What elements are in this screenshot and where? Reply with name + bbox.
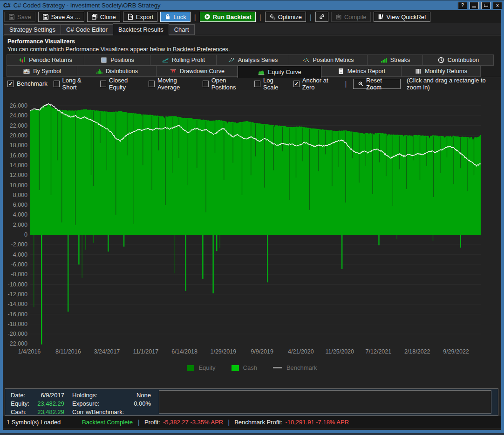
lock-button[interactable]: Lock: [160, 12, 190, 22]
svg-text:-16,000: -16,000: [8, 311, 27, 318]
compile-button[interactable]: Compile: [331, 12, 371, 22]
section-subtitle: You can control which Performance Visual…: [7, 46, 501, 53]
viztab-equity-curve[interactable]: Equity Curve: [238, 66, 321, 78]
svg-text:24,000: 24,000: [10, 112, 27, 119]
teal-line-icon: [162, 56, 169, 64]
status-separator: |: [138, 418, 140, 426]
symbols-loaded: 1 Symbol(s) Loaded: [7, 419, 77, 426]
link-icon: [319, 14, 325, 20]
link-strategy-button[interactable]: [315, 12, 328, 22]
app-window: C# C# Coded Strategy - Investment Societ…: [0, 0, 504, 435]
viztab-monthly-returns[interactable]: Monthly Returns: [401, 66, 481, 77]
optimize-button[interactable]: Optimize: [265, 12, 306, 22]
checkbox-long-short[interactable]: Long & Short: [54, 77, 94, 91]
checkbox-moving-average[interactable]: Moving Average: [149, 77, 197, 91]
checkbox-benchmark[interactable]: ✓Benchmark: [7, 80, 48, 87]
window-title: C# Coded Strategy - Investment Society\O…: [14, 2, 458, 9]
holdings-value: None: [114, 391, 151, 400]
lock-icon: [164, 14, 171, 20]
table-icon: [100, 56, 108, 64]
run-backtest-button[interactable]: Run Backtest: [200, 12, 256, 22]
minimize-button[interactable]: [470, 2, 479, 9]
document-icon: [337, 68, 345, 75]
tab-strategy-settings[interactable]: Strategy Settings: [4, 24, 61, 35]
benchmark-profit-label: Benchmark Profit:: [234, 419, 282, 426]
checkbox-log-scale[interactable]: Log Scale: [254, 77, 287, 91]
tab-chart[interactable]: Chart: [169, 24, 195, 35]
tab-code-editor[interactable]: C# Code Editor: [61, 24, 113, 35]
svg-text:-14,000: -14,000: [8, 301, 27, 307]
svg-text:6/14/2018: 6/14/2018: [171, 348, 198, 355]
checkbox-icon: [149, 81, 155, 87]
gears-icon: [269, 14, 276, 20]
checkbox-anchor-at-zero[interactable]: ✓Anchor at Zero: [293, 77, 338, 91]
viztab-drawdown-curve[interactable]: Drawdown Curve: [156, 66, 238, 77]
close-button[interactable]: x: [493, 2, 502, 9]
checkbox-closed-equity[interactable]: Closed Equity: [100, 77, 143, 91]
svg-text:4,000: 4,000: [13, 211, 27, 218]
window-resize-edge: [0, 433, 504, 435]
reset-zoom-button[interactable]: Reset Zoom: [353, 79, 401, 89]
svg-text:-4,000: -4,000: [11, 251, 27, 258]
histogram-icon: [95, 68, 103, 75]
compile-icon: [335, 14, 342, 20]
status-separator: |: [228, 418, 230, 426]
magnifier-icon: [358, 81, 364, 87]
backtest-preferences-link[interactable]: Backtest Preferences: [173, 46, 228, 53]
performance-visualizers-header: Performance Visualizers You can control …: [3, 35, 501, 54]
view-quickref-button[interactable]: View QuickRef: [374, 12, 430, 22]
chart-controls: ✓Benchmark Long & Short Closed Equity Mo…: [3, 77, 501, 90]
svg-text:8,000: 8,000: [13, 192, 27, 198]
red-area-icon: [170, 68, 177, 75]
maximize-button[interactable]: [481, 2, 490, 9]
svg-text:2/18/2022: 2/18/2022: [404, 348, 430, 355]
viztab-rolling-profit[interactable]: Rolling Profit: [150, 54, 217, 66]
svg-text:11/1/2017: 11/1/2017: [133, 348, 158, 355]
save-button[interactable]: Save: [4, 12, 35, 22]
svg-text:26,000: 26,000: [10, 102, 27, 109]
status-bar: 1 Symbol(s) Loaded Backtest Complete | P…: [3, 416, 501, 428]
legend-item-cash: Cash: [232, 364, 257, 371]
tab-backtest-results[interactable]: Backtest Results: [113, 23, 169, 35]
viztab-positions[interactable]: Positions: [84, 54, 150, 66]
checkbox-icon: [203, 81, 209, 87]
svg-text:1/4/2016: 1/4/2016: [18, 348, 41, 355]
svg-text:4/21/2020: 4/21/2020: [288, 348, 314, 355]
green-area-icon: [258, 68, 265, 76]
viztab-metrics-report[interactable]: Metrics Report: [321, 66, 402, 77]
viztab-analysis-series[interactable]: Analysis Series: [216, 54, 289, 66]
title-bar[interactable]: C# C# Coded Strategy - Investment Societ…: [0, 0, 504, 10]
viztab-periodic-returns[interactable]: Periodic Returns: [7, 54, 84, 66]
equity-swatch: [187, 365, 194, 371]
equity-label: Equity:: [11, 400, 29, 408]
info-panel-zone: Date: 6/9/2017 Holdings: None Equity: 23…: [3, 376, 501, 416]
export-button[interactable]: Export: [123, 12, 158, 22]
equity-curve-chart[interactable]: 26,00024,00022,00020,00018,00016,00014,0…: [3, 90, 501, 359]
viztab-position-metrics[interactable]: Position Metrics: [289, 54, 368, 66]
checkbox-open-positions[interactable]: Open Positions: [203, 77, 248, 91]
svg-text:-22,000: -22,000: [8, 340, 27, 347]
cash-swatch: [232, 365, 239, 371]
green-bars-icon: [380, 56, 388, 64]
controls-separator: |: [344, 80, 347, 88]
chart-plot-area[interactable]: 26,00024,00022,00020,00018,00016,00014,0…: [3, 90, 501, 359]
corr-benchmark-label: Corr w/Benchmark:: [72, 408, 124, 416]
holdings-label: Holdings:: [72, 391, 97, 400]
viztab-distributions[interactable]: Distributions: [77, 66, 157, 77]
svg-text:20,000: 20,000: [10, 132, 27, 139]
svg-text:10,000: 10,000: [10, 182, 27, 189]
scatter-icon: [228, 56, 235, 64]
benchmark-profit-value: -10,291.91 -7.18% APR: [285, 419, 349, 426]
visualizer-tabs: Periodic Returns Positions Rolling Profi…: [3, 54, 501, 77]
clone-button[interactable]: Clone: [87, 12, 120, 22]
viztab-streaks[interactable]: Streaks: [367, 54, 423, 66]
help-button[interactable]: ?: [458, 2, 467, 9]
toolbar-separator: |: [309, 13, 313, 21]
viztab-by-symbol[interactable]: ABCDEF By Symbol: [7, 66, 77, 77]
maximize-icon: [484, 4, 488, 7]
viztab-contribution[interactable]: Contribution: [422, 54, 494, 66]
svg-text:-2,000: -2,000: [11, 241, 27, 248]
exposure-value: 0.00%: [114, 400, 151, 408]
save-as-button[interactable]: Save As ...: [38, 12, 84, 22]
detail-box: [159, 390, 491, 414]
